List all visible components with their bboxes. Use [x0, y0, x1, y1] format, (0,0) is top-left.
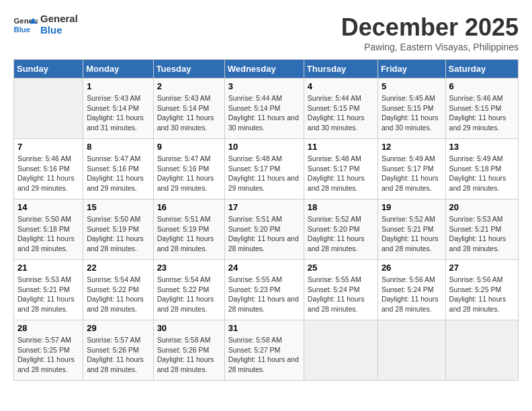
day-number: 7 [17, 142, 79, 152]
day-info: Sunrise: 5:55 AMSunset: 5:23 PMDaylight:… [228, 275, 300, 314]
day-info: Sunrise: 5:43 AMSunset: 5:14 PMDaylight:… [157, 93, 221, 133]
calendar-cell: 12Sunrise: 5:49 AMSunset: 5:17 PMDayligh… [378, 139, 445, 199]
day-number: 11 [308, 142, 374, 152]
day-info: Sunrise: 5:44 AMSunset: 5:14 PMDaylight:… [228, 93, 300, 133]
day-info: Sunrise: 5:46 AMSunset: 5:15 PMDaylight:… [449, 93, 515, 133]
weekday-header-cell: Saturday [445, 60, 518, 79]
day-number: 12 [382, 142, 442, 152]
day-info: Sunrise: 5:47 AMSunset: 5:16 PMDaylight:… [157, 154, 221, 193]
day-info: Sunrise: 5:55 AMSunset: 5:24 PMDaylight:… [308, 275, 374, 314]
day-number: 17 [228, 202, 300, 212]
day-number: 19 [382, 202, 442, 212]
calendar-cell: 29Sunrise: 5:57 AMSunset: 5:26 PMDayligh… [83, 320, 153, 381]
calendar-cell: 14Sunrise: 5:50 AMSunset: 5:18 PMDayligh… [14, 199, 83, 260]
weekday-header-row: SundayMondayTuesdayWednesdayThursdayFrid… [14, 60, 519, 79]
day-number: 2 [157, 81, 221, 91]
calendar-week-row: 28Sunrise: 5:57 AMSunset: 5:25 PMDayligh… [14, 320, 519, 381]
day-info: Sunrise: 5:57 AMSunset: 5:26 PMDaylight:… [87, 335, 149, 375]
day-number: 14 [17, 202, 79, 212]
day-info: Sunrise: 5:45 AMSunset: 5:15 PMDaylight:… [382, 93, 442, 133]
calendar-week-row: 1Sunrise: 5:43 AMSunset: 5:14 PMDaylight… [14, 79, 519, 139]
location-subtitle: Pawing, Eastern Visayas, Philippines [341, 42, 519, 52]
day-info: Sunrise: 5:54 AMSunset: 5:22 PMDaylight:… [157, 275, 221, 314]
calendar-cell [378, 320, 445, 381]
calendar-cell: 31Sunrise: 5:58 AMSunset: 5:27 PMDayligh… [224, 320, 304, 381]
day-number: 22 [87, 263, 149, 273]
calendar-cell: 20Sunrise: 5:53 AMSunset: 5:21 PMDayligh… [445, 199, 518, 260]
day-info: Sunrise: 5:52 AMSunset: 5:21 PMDaylight:… [382, 214, 442, 254]
day-info: Sunrise: 5:50 AMSunset: 5:18 PMDaylight:… [17, 214, 79, 254]
weekday-header-cell: Tuesday [153, 60, 224, 79]
calendar-cell: 24Sunrise: 5:55 AMSunset: 5:23 PMDayligh… [224, 260, 304, 320]
calendar-cell: 1Sunrise: 5:43 AMSunset: 5:14 PMDaylight… [83, 79, 153, 139]
day-info: Sunrise: 5:46 AMSunset: 5:16 PMDaylight:… [17, 154, 79, 193]
day-info: Sunrise: 5:49 AMSunset: 5:18 PMDaylight:… [449, 154, 515, 193]
day-info: Sunrise: 5:56 AMSunset: 5:25 PMDaylight:… [449, 275, 515, 314]
day-info: Sunrise: 5:49 AMSunset: 5:17 PMDaylight:… [382, 154, 442, 193]
calendar-cell: 30Sunrise: 5:58 AMSunset: 5:26 PMDayligh… [153, 320, 224, 381]
calendar-cell: 13Sunrise: 5:49 AMSunset: 5:18 PMDayligh… [445, 139, 518, 199]
day-info: Sunrise: 5:58 AMSunset: 5:26 PMDaylight:… [157, 335, 221, 375]
day-number: 4 [308, 81, 374, 91]
calendar-cell: 16Sunrise: 5:51 AMSunset: 5:19 PMDayligh… [153, 199, 224, 260]
calendar-table: SundayMondayTuesdayWednesdayThursdayFrid… [13, 59, 519, 381]
day-info: Sunrise: 5:58 AMSunset: 5:27 PMDaylight:… [228, 335, 300, 375]
day-number: 18 [308, 202, 374, 212]
day-info: Sunrise: 5:56 AMSunset: 5:24 PMDaylight:… [382, 275, 442, 314]
calendar-cell: 4Sunrise: 5:44 AMSunset: 5:15 PMDaylight… [304, 79, 378, 139]
day-number: 1 [87, 81, 149, 91]
calendar-week-row: 7Sunrise: 5:46 AMSunset: 5:16 PMDaylight… [14, 139, 519, 199]
calendar-cell: 6Sunrise: 5:46 AMSunset: 5:15 PMDaylight… [445, 79, 518, 139]
weekday-header-cell: Wednesday [224, 60, 304, 79]
day-number: 8 [87, 142, 149, 152]
day-number: 20 [449, 202, 515, 212]
calendar-cell [14, 79, 83, 139]
calendar-cell [445, 320, 518, 381]
calendar-cell: 18Sunrise: 5:52 AMSunset: 5:20 PMDayligh… [304, 199, 378, 260]
calendar-cell: 9Sunrise: 5:47 AMSunset: 5:16 PMDaylight… [153, 139, 224, 199]
calendar-cell: 8Sunrise: 5:47 AMSunset: 5:16 PMDaylight… [83, 139, 153, 199]
day-number: 24 [228, 263, 300, 273]
day-info: Sunrise: 5:54 AMSunset: 5:22 PMDaylight:… [87, 275, 149, 314]
calendar-cell: 7Sunrise: 5:46 AMSunset: 5:16 PMDaylight… [14, 139, 83, 199]
day-info: Sunrise: 5:53 AMSunset: 5:21 PMDaylight:… [17, 275, 79, 314]
day-number: 3 [228, 81, 300, 91]
weekday-header-cell: Thursday [304, 60, 378, 79]
logo-general: General [40, 13, 78, 25]
calendar-cell: 10Sunrise: 5:48 AMSunset: 5:17 PMDayligh… [224, 139, 304, 199]
svg-text:Blue: Blue [14, 25, 31, 33]
calendar-cell: 26Sunrise: 5:56 AMSunset: 5:24 PMDayligh… [378, 260, 445, 320]
page-header: General Blue General Blue December 2025 … [13, 13, 519, 52]
day-info: Sunrise: 5:51 AMSunset: 5:20 PMDaylight:… [228, 214, 300, 254]
weekday-header-cell: Friday [378, 60, 445, 79]
day-info: Sunrise: 5:52 AMSunset: 5:20 PMDaylight:… [308, 214, 374, 254]
calendar-cell: 19Sunrise: 5:52 AMSunset: 5:21 PMDayligh… [378, 199, 445, 260]
calendar-cell: 22Sunrise: 5:54 AMSunset: 5:22 PMDayligh… [83, 260, 153, 320]
day-number: 29 [87, 323, 149, 333]
day-info: Sunrise: 5:53 AMSunset: 5:21 PMDaylight:… [449, 214, 515, 254]
day-number: 30 [157, 323, 221, 333]
calendar-cell: 2Sunrise: 5:43 AMSunset: 5:14 PMDaylight… [153, 79, 224, 139]
month-year-title: December 2025 [341, 13, 519, 42]
calendar-cell: 23Sunrise: 5:54 AMSunset: 5:22 PMDayligh… [153, 260, 224, 320]
day-info: Sunrise: 5:51 AMSunset: 5:19 PMDaylight:… [157, 214, 221, 254]
day-number: 10 [228, 142, 300, 152]
day-number: 31 [228, 323, 300, 333]
day-number: 16 [157, 202, 221, 212]
calendar-cell: 25Sunrise: 5:55 AMSunset: 5:24 PMDayligh… [304, 260, 378, 320]
day-number: 21 [17, 263, 79, 273]
day-number: 6 [449, 81, 515, 91]
weekday-header-cell: Monday [83, 60, 153, 79]
day-number: 28 [17, 323, 79, 333]
logo-blue: Blue [40, 25, 78, 36]
day-number: 25 [308, 263, 374, 273]
calendar-cell: 15Sunrise: 5:50 AMSunset: 5:19 PMDayligh… [83, 199, 153, 260]
day-info: Sunrise: 5:48 AMSunset: 5:17 PMDaylight:… [308, 154, 374, 193]
day-info: Sunrise: 5:43 AMSunset: 5:14 PMDaylight:… [87, 93, 149, 133]
logo: General Blue General Blue [13, 13, 78, 36]
calendar-week-row: 21Sunrise: 5:53 AMSunset: 5:21 PMDayligh… [14, 260, 519, 320]
calendar-cell: 11Sunrise: 5:48 AMSunset: 5:17 PMDayligh… [304, 139, 378, 199]
calendar-cell: 28Sunrise: 5:57 AMSunset: 5:25 PMDayligh… [14, 320, 83, 381]
day-number: 27 [449, 263, 515, 273]
day-number: 9 [157, 142, 221, 152]
